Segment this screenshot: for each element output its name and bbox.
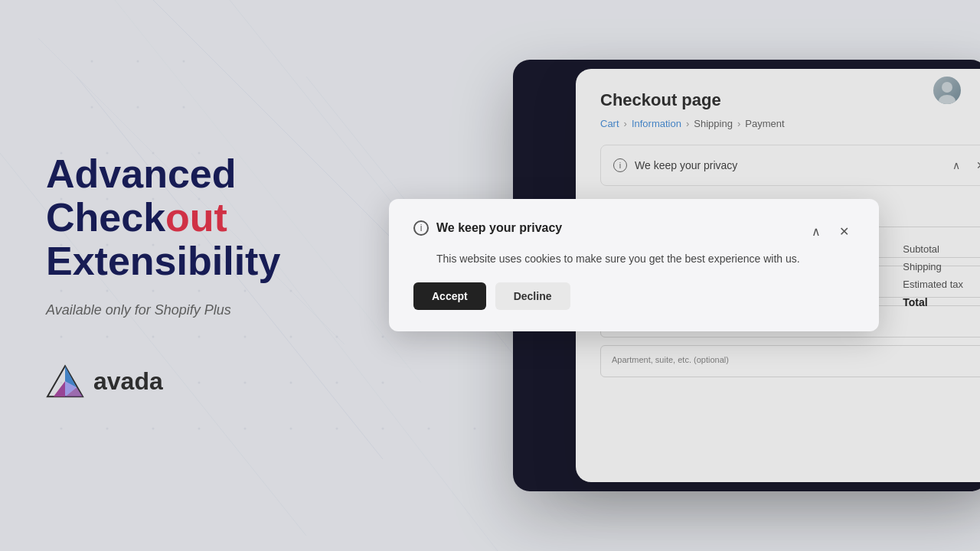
modal-header: i We keep your privacy ∧ ✕ <box>413 220 854 242</box>
modal-body: This website uses cookies to make sure y… <box>413 251 854 267</box>
modal-buttons: Accept Decline <box>413 282 854 310</box>
modal-close-icon[interactable]: ✕ <box>833 220 854 242</box>
modal-header-left: i We keep your privacy <box>413 220 562 236</box>
modal-info-icon: i <box>413 220 429 236</box>
modal-title: We keep your privacy <box>436 221 562 235</box>
modal-collapse-icon[interactable]: ∧ <box>805 220 827 242</box>
decline-button[interactable]: Decline <box>495 282 570 310</box>
modal-header-actions: ∧ ✕ <box>805 220 854 242</box>
accept-button[interactable]: Accept <box>413 282 486 310</box>
modal-overlay: i We keep your privacy ∧ ✕ This website … <box>0 0 980 551</box>
privacy-modal: i We keep your privacy ∧ ✕ This website … <box>389 199 879 331</box>
